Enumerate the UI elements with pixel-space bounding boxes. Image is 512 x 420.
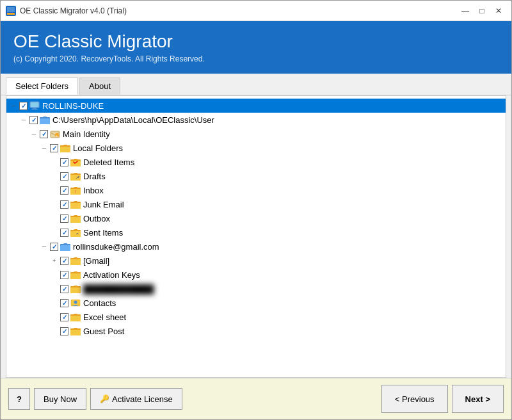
title-bar-text: OE Classic Migrator v4.0 (Trial) [20, 6, 458, 15]
gmail-folder-icon [70, 255, 81, 266]
close-button[interactable]: ✕ [491, 4, 506, 17]
tree-item-gmail-folder[interactable]: + [Gmail] [6, 254, 506, 268]
label-sent: Sent Items [83, 228, 123, 238]
checkbox-local[interactable] [50, 144, 58, 152]
footer: ? Buy Now 🔑 Activate License < Previous … [1, 378, 511, 419]
header-banner: OE Classic Migrator (c) Copyright 2020. … [1, 21, 511, 74]
expand-icon-local[interactable]: ─ [40, 143, 49, 152]
svg-rect-5 [31, 102, 38, 107]
tree-item-inbox[interactable]: ─ ! Inbox [6, 183, 506, 197]
key-icon: 🔑 [100, 394, 109, 403]
checkbox-junk[interactable] [60, 200, 68, 209]
svg-text:!: ! [75, 190, 76, 194]
tree-item-root[interactable]: ─ ROLLINS-DUKE [6, 99, 506, 113]
tree-item-contacts[interactable]: ─ Contacts [6, 296, 506, 310]
checkbox-activation[interactable] [60, 271, 68, 279]
excel-icon [70, 312, 81, 322]
deleted-icon [70, 157, 81, 167]
tree-item-junk[interactable]: ─ Junk Email [6, 197, 506, 211]
checkbox-outbox[interactable] [60, 214, 68, 223]
label-guest: Guest Post [83, 327, 124, 336]
tree-item-sent[interactable]: ─ Sent Items [6, 225, 506, 239]
previous-button[interactable]: < Previous [381, 385, 448, 413]
label-deleted: Deleted Items [83, 158, 134, 167]
label-activation: Activation Keys [83, 270, 140, 280]
label-gmail-folder: [Gmail] [83, 256, 109, 266]
checkbox-root[interactable] [19, 102, 28, 110]
checkbox-excel[interactable] [60, 313, 68, 321]
blurred-folder-icon [70, 284, 81, 294]
tree-item-main-identity[interactable]: ─ ★ Main Identity [6, 127, 506, 141]
label-outbox: Outbox [83, 214, 110, 223]
checkbox-identity[interactable] [40, 130, 48, 138]
checkbox-inbox[interactable] [60, 186, 68, 195]
tree-item-gmail-account[interactable]: ─ rollinsduke@gmail.com [6, 239, 506, 254]
inbox-icon: ! [70, 185, 81, 195]
tree-item-guest-post[interactable]: ─ Guest Post [6, 324, 506, 338]
tree-item-outbox[interactable]: ─ Outbox [6, 211, 506, 225]
tree-item-activation[interactable]: ─ Activation Keys [6, 268, 506, 282]
expand-icon-gmail[interactable]: ─ [40, 242, 49, 251]
tree-item-drafts[interactable]: ─ Drafts [6, 169, 506, 183]
activate-button[interactable]: 🔑 Activate License [90, 388, 182, 410]
title-bar: OE Classic Migrator v4.0 (Trial) — □ ✕ [1, 1, 511, 21]
svg-rect-0 [7, 7, 15, 12]
label-gmail-account: rollinsduke@gmail.com [73, 242, 159, 252]
expand-icon-gmail-folder[interactable]: + [50, 256, 59, 265]
minimize-button[interactable]: — [458, 4, 473, 17]
previous-label: < Previous [395, 394, 435, 404]
folder-tree: ─ ROLLINS-DUKE ─ [6, 96, 506, 341]
expand-icon-identity[interactable]: ─ [29, 129, 38, 138]
svg-rect-4 [31, 109, 38, 110]
outbox-icon [70, 213, 81, 223]
maximize-button[interactable]: □ [474, 4, 490, 17]
label-identity: Main Identity [63, 129, 110, 139]
label-local: Local Folders [73, 143, 123, 153]
checkbox-drafts[interactable] [60, 172, 68, 181]
tree-item-blurred[interactable]: ─ ████████████ [6, 282, 506, 296]
tab-bar: Select Folders About [1, 74, 511, 95]
next-label: Next > [465, 394, 490, 404]
label-excel: Excel sheet [83, 312, 126, 322]
app-window: OE Classic Migrator v4.0 (Trial) — □ ✕ O… [0, 0, 512, 420]
tree-item-deleted[interactable]: ─ Deleted Items [6, 155, 506, 169]
svg-point-12 [74, 301, 77, 304]
checkbox-path[interactable] [29, 116, 38, 124]
app-subtitle: (c) Copyright 2020. RecoveryTools. All R… [13, 54, 499, 63]
activate-label: Activate License [112, 394, 173, 404]
label-blurred: ████████████ [83, 284, 154, 294]
expand-icon-path[interactable]: ─ [19, 115, 28, 124]
activation-icon [70, 270, 81, 280]
checkbox-blurred[interactable] [60, 285, 68, 293]
app-title: OE Classic Migrator [13, 31, 499, 52]
tab-about[interactable]: About [79, 77, 120, 95]
junk-icon [70, 199, 81, 209]
checkbox-contacts[interactable] [60, 299, 68, 307]
checkbox-gmail[interactable] [50, 243, 58, 251]
tree-container[interactable]: ─ ROLLINS-DUKE ─ [6, 95, 506, 378]
sent-icon [70, 227, 81, 238]
folder-icon-path [40, 115, 50, 125]
label-root: ROLLINS-DUKE [42, 101, 104, 111]
checkbox-guest[interactable] [60, 327, 68, 335]
app-icon [6, 6, 16, 16]
buy-button[interactable]: Buy Now [34, 388, 86, 410]
contacts-icon [70, 298, 81, 308]
checkbox-sent[interactable] [60, 229, 68, 237]
checkbox-gmail-folder[interactable] [60, 257, 68, 265]
help-button[interactable]: ? [8, 388, 30, 410]
next-button[interactable]: Next > [452, 385, 504, 413]
computer-icon [29, 101, 40, 111]
guest-icon [70, 326, 81, 336]
folder-icon-local [60, 143, 70, 153]
label-junk: Junk Email [83, 200, 124, 209]
tab-select-folders[interactable]: Select Folders [6, 77, 78, 95]
label-contacts: Contacts [83, 298, 116, 308]
expand-icon-root[interactable]: ─ [9, 101, 18, 110]
tree-item-local-folders[interactable]: ─ Local Folders [6, 141, 506, 155]
tree-item-excel[interactable]: ─ Excel sheet [6, 310, 506, 324]
svg-text:★: ★ [56, 134, 58, 138]
tree-item-path[interactable]: ─ C:\Users\hp\AppData\Local\OEClassic\Us… [6, 113, 506, 127]
svg-rect-3 [33, 108, 36, 109]
checkbox-deleted[interactable] [60, 158, 68, 166]
